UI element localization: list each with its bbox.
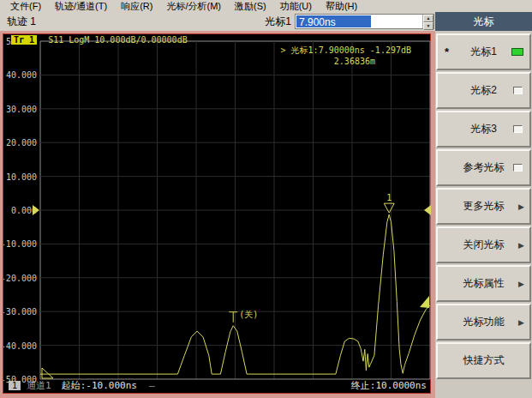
menu-file[interactable]: 文件(F) xyxy=(3,0,48,13)
softkey-label: 关闭光标 xyxy=(463,238,505,252)
marker-entry: 光标1 7.900ns ▲ ▼ xyxy=(265,14,435,29)
channel-display-frame: Tr 1 S11 LogM 10.000dB/0.00000dB 50.0004… xyxy=(0,31,435,398)
softkey-reference-marker[interactable]: 参考光标 xyxy=(436,149,531,186)
marker-position-value[interactable]: 7.900ns xyxy=(296,15,371,27)
softkey-sidebar: * 光标1 光标2 光标3 参考光标 更多光标 ▶ 关闭光标 xyxy=(435,31,532,398)
softkey-marker3[interactable]: 光标3 xyxy=(436,111,531,148)
sweep-stop-value: 终止:10.0000ns xyxy=(351,379,427,392)
trace-measurement-info: S11 LogM 10.000dB/0.00000dB xyxy=(48,35,188,45)
softkey-marker-properties[interactable]: 光标属性 ▶ xyxy=(436,265,531,302)
submenu-arrow-icon: ▶ xyxy=(518,202,524,211)
marker-position-spinner: ▲ ▼ xyxy=(422,15,433,28)
svg-text:-20.000: -20.000 xyxy=(3,274,37,283)
graticule-plot: 50.00040.00030.00020.00010.0000.000-10.0… xyxy=(3,34,432,395)
submenu-arrow-icon: ▶ xyxy=(518,280,524,288)
channel-status-bar: 1 通道1 起始:-10.000ns — 终止:10.0000ns xyxy=(9,379,427,391)
marker-readout-line1: > 光标1:7.90000ns -1.297dB xyxy=(281,45,411,55)
softkey-more-markers[interactable]: 更多光标 ▶ xyxy=(436,188,531,225)
softkey-label: 参考光标 xyxy=(463,160,505,175)
trace-badge[interactable]: Tr 1 xyxy=(11,35,37,45)
channel-name: 通道1 xyxy=(27,379,51,392)
menu-help[interactable]: 帮助(H) xyxy=(319,0,364,13)
marker3-off-checkbox xyxy=(513,125,523,133)
submenu-arrow-icon: ▶ xyxy=(518,318,524,327)
softkey-marker2[interactable]: 光标2 xyxy=(436,72,531,109)
spinner-up-button[interactable]: ▲ xyxy=(423,15,433,22)
app-window: 文件(F) 轨迹/通道(T) 响应(R) 光标/分析(M) 激励(S) 功能(U… xyxy=(0,0,532,398)
marker1-on-indicator xyxy=(511,48,523,56)
svg-text:-30.000: -30.000 xyxy=(3,307,37,317)
softkey-marker-functions[interactable]: 光标功能 ▶ xyxy=(436,304,531,341)
svg-text:30.000: 30.000 xyxy=(6,105,37,114)
svg-text:10.000: 10.000 xyxy=(6,172,37,182)
menu-bar: 文件(F) 轨迹/通道(T) 响应(R) 光标/分析(M) 激励(S) 功能(U… xyxy=(0,0,532,12)
softkey-marker1[interactable]: * 光标1 xyxy=(436,33,531,70)
svg-text:-10.000: -10.000 xyxy=(3,239,37,249)
toolbar: 轨迹 1 光标1 7.900ns ▲ ▼ xyxy=(0,12,435,31)
trace-status-line: Tr 1 S11 LogM 10.000dB/0.00000dB xyxy=(11,35,188,45)
reference-marker-off-checkbox xyxy=(513,164,523,172)
softkey-label: 光标属性 xyxy=(463,276,505,291)
svg-text:1: 1 xyxy=(386,193,392,202)
menu-utility[interactable]: 功能(U) xyxy=(273,0,319,13)
softkey-label: 光标1 xyxy=(470,45,497,59)
svg-text:(关): (关) xyxy=(239,310,258,319)
svg-text:-40.000: -40.000 xyxy=(3,341,37,351)
softkey-label: 更多光标 xyxy=(463,199,505,214)
menu-response[interactable]: 响应(R) xyxy=(114,0,159,13)
channel-display: Tr 1 S11 LogM 10.000dB/0.00000dB 50.0004… xyxy=(3,33,431,394)
menu-marker-analysis[interactable]: 光标/分析(M) xyxy=(159,0,228,13)
marker-readout-line2: 2.36836m xyxy=(334,57,375,66)
svg-text:20.000: 20.000 xyxy=(6,138,37,148)
status-separator: — xyxy=(149,380,351,391)
marker-position-input[interactable]: 7.900ns ▲ ▼ xyxy=(295,14,434,29)
active-marker-star: * xyxy=(445,45,449,58)
menu-trace-channel[interactable]: 轨迹/通道(T) xyxy=(48,0,114,13)
sweep-start-value: 起始:-10.000ns xyxy=(62,379,137,392)
marker2-off-checkbox xyxy=(513,87,523,94)
svg-text:40.000: 40.000 xyxy=(6,70,37,80)
channel-number-badge: 1 xyxy=(9,381,21,390)
active-trace-label: 轨迹 1 xyxy=(7,15,36,29)
softkey-label: 光标2 xyxy=(470,83,497,98)
softkey-label: 快捷方式 xyxy=(463,353,505,368)
spinner-down-button[interactable]: ▼ xyxy=(423,22,433,30)
softkey-label: 光标3 xyxy=(470,122,497,136)
softkey-label: 光标功能 xyxy=(463,315,505,329)
softkey-shortcuts[interactable]: 快捷方式 xyxy=(436,342,531,379)
menu-stimulus[interactable]: 激励(S) xyxy=(228,0,273,13)
softkey-close-markers[interactable]: 关闭光标 ▶ xyxy=(436,226,531,263)
marker-entry-label: 光标1 xyxy=(265,15,291,29)
sidebar-title: 光标 xyxy=(435,12,532,31)
submenu-arrow-icon: ▶ xyxy=(518,241,524,250)
